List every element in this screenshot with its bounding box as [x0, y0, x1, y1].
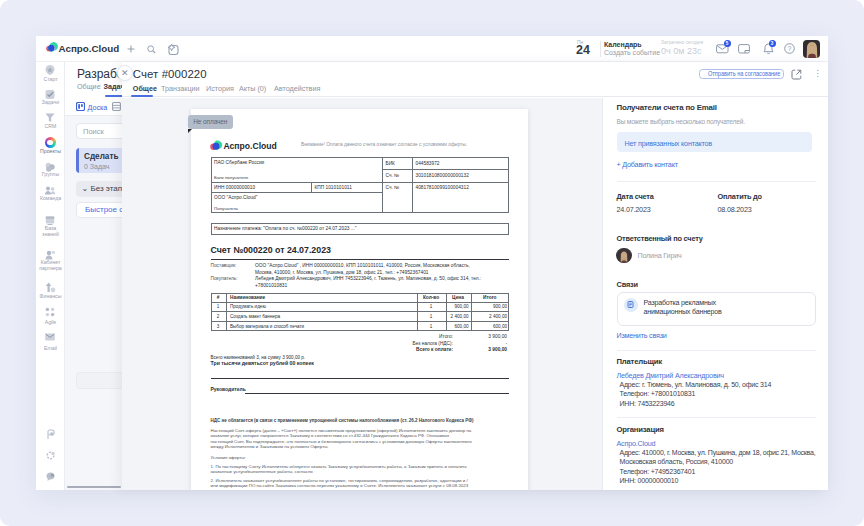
svg-text:?: ?: [787, 45, 791, 52]
